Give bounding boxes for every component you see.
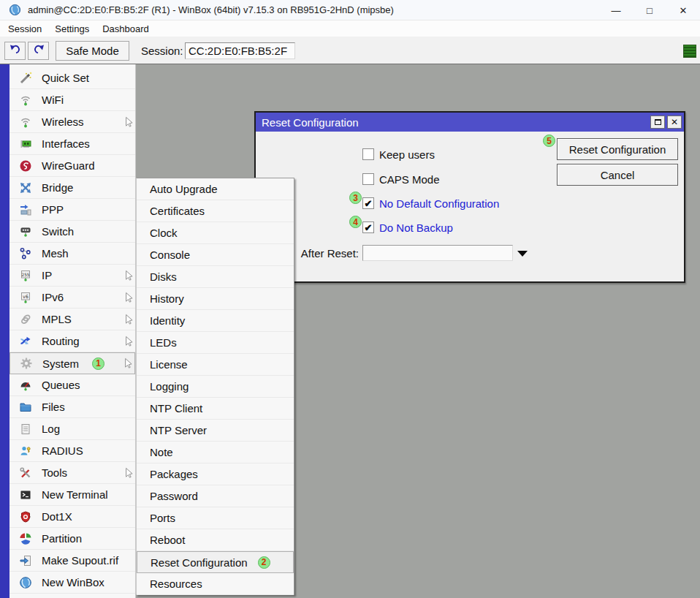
- dialog-close-button[interactable]: ✕: [667, 116, 682, 129]
- sidebar-item-log[interactable]: Log: [9, 418, 135, 440]
- sidebar-item-bridge[interactable]: Bridge: [9, 177, 135, 199]
- submenu-item-password[interactable]: Password: [137, 485, 294, 507]
- sidebar-item-dot1x[interactable]: Dot1X: [9, 506, 135, 528]
- sidebar-item-ppp[interactable]: PPP: [9, 199, 135, 221]
- submenu-pointer-icon: [122, 335, 133, 348]
- sidebar-item-wireguard[interactable]: WireGuard: [9, 155, 135, 177]
- maximize-button[interactable]: □: [633, 0, 666, 20]
- redo-button[interactable]: [28, 42, 49, 60]
- sidebar-item-label: WiFi: [42, 94, 64, 106]
- submenu-item-license[interactable]: License: [137, 354, 294, 376]
- caps-mode-label: CAPS Mode: [379, 173, 440, 186]
- sidebar-item-quick-set[interactable]: Quick Set: [9, 67, 135, 89]
- sidebar-item-mesh[interactable]: Mesh: [9, 243, 135, 265]
- after-reset-combobox[interactable]: [362, 245, 513, 261]
- sidebar-item-new-winbox[interactable]: New WinBox: [9, 572, 135, 594]
- submenu-item-disks[interactable]: Disks: [137, 266, 294, 288]
- undo-button[interactable]: [4, 42, 26, 60]
- sidebar-item-partition[interactable]: Partition: [9, 528, 135, 550]
- wand-icon: [18, 72, 33, 85]
- submenu-item-history[interactable]: History: [137, 288, 294, 310]
- log-icon: [18, 423, 33, 436]
- session-field[interactable]: CC:2D:E0:FB:B5:2F: [185, 42, 295, 59]
- reset-configuration-button[interactable]: Reset Configuration: [557, 138, 678, 160]
- no-default-configuration-checkbox[interactable]: ✔: [362, 197, 374, 209]
- menu-settings[interactable]: Settings: [48, 23, 96, 34]
- submenu-item-leds[interactable]: LEDs: [137, 332, 294, 354]
- sidebar-item-label: Routing: [42, 335, 80, 347]
- sidebar-item-files[interactable]: Files: [9, 396, 135, 418]
- sidebar-item-wifi[interactable]: WiFi: [9, 89, 135, 111]
- do-not-backup-row: ✔ Do Not Backup: [362, 221, 453, 234]
- submenu-item-auto-upgrade[interactable]: Auto Upgrade: [137, 178, 294, 200]
- sidebar-item-exit-partial[interactable]: [9, 594, 135, 597]
- sidebar-item-mpls[interactable]: MPLS: [9, 309, 135, 330]
- submenu-pointer-icon: [122, 269, 133, 282]
- network-card-icon: [18, 137, 33, 151]
- dialog-titlebar[interactable]: Reset Configuration ✕: [256, 113, 684, 132]
- sidebar-item-label: MPLS: [42, 313, 72, 325]
- step-badge-2: 2: [258, 556, 270, 569]
- sidebar-item-interfaces[interactable]: Interfaces: [9, 133, 135, 155]
- safe-mode-button[interactable]: Safe Mode: [56, 41, 129, 61]
- submenu-item-resources[interactable]: Resources: [137, 573, 294, 595]
- redo-arrow-icon: [31, 43, 46, 58]
- submenu-item-certificates[interactable]: Certificates: [137, 200, 294, 222]
- sidebar-item-label: Interfaces: [42, 137, 90, 150]
- sidebar-item-wireless[interactable]: Wireless: [9, 111, 135, 133]
- sidebar-item-make-supout[interactable]: Make Supout.rif: [9, 550, 135, 572]
- sidebar-item-new-terminal[interactable]: New Terminal: [9, 484, 135, 506]
- submenu-item-ports[interactable]: Ports: [137, 507, 294, 529]
- submenu-item-logging[interactable]: Logging: [137, 376, 294, 398]
- submenu-item-clock[interactable]: Clock: [137, 222, 294, 244]
- sidebar-item-switch[interactable]: Switch: [9, 221, 135, 243]
- keep-users-checkbox[interactable]: [362, 148, 374, 160]
- terminal-icon: [18, 488, 33, 502]
- submenu-item-packages[interactable]: Packages: [137, 463, 294, 485]
- queues-gauge-icon: [18, 379, 33, 392]
- minimize-button[interactable]: —: [599, 0, 633, 20]
- keep-users-label: Keep users: [379, 148, 435, 161]
- dropdown-arrow-icon[interactable]: [517, 251, 528, 257]
- sidebar-item-queues[interactable]: Queues: [9, 374, 135, 396]
- sidebar-item-label: Make Supout.rif: [42, 554, 118, 567]
- keep-users-row: Keep users: [362, 148, 435, 161]
- sidebar-item-label: Switch: [42, 225, 74, 238]
- submenu-item-identity[interactable]: Identity: [137, 310, 294, 332]
- partition-pie-icon: [18, 532, 33, 545]
- submenu-item-reset-configuration[interactable]: Reset Configuration 2: [137, 551, 294, 573]
- sidebar-item-label: System: [42, 357, 79, 370]
- submenu-item-reboot[interactable]: Reboot: [137, 529, 294, 551]
- no-default-configuration-label: No Default Configuration: [379, 197, 499, 210]
- do-not-backup-checkbox[interactable]: ✔: [362, 222, 374, 233]
- submenu-item-note[interactable]: Note: [137, 442, 294, 463]
- submenu-item-console[interactable]: Console: [137, 244, 294, 266]
- sidebar-item-label: IPv6: [42, 291, 64, 303]
- sidebar-item-system[interactable]: System 1: [9, 352, 135, 374]
- cancel-button[interactable]: Cancel: [557, 164, 678, 186]
- winbox-window: admin@CC:2D:E0:FB:B5:2F (R1) - WinBox (6…: [0, 0, 700, 598]
- sidebar-item-routing[interactable]: Routing: [9, 330, 135, 352]
- toolbar: Safe Mode Session: CC:2D:E0:FB:B5:2F: [0, 37, 700, 64]
- sidebar-item-ip[interactable]: 255 IP: [9, 265, 135, 287]
- menu-session[interactable]: Session: [1, 23, 48, 34]
- caps-mode-checkbox[interactable]: [362, 173, 374, 185]
- caps-mode-row: CAPS Mode: [362, 173, 440, 186]
- window-left-edge: [0, 64, 9, 598]
- sidebar-item-label: Partition: [42, 532, 82, 545]
- submenu-item-ntp-server[interactable]: NTP Server: [137, 420, 294, 442]
- sidebar-item-tools[interactable]: Tools: [9, 462, 135, 484]
- step-badge-5: 5: [543, 135, 555, 147]
- submenu-item-ntp-client[interactable]: NTP Client: [137, 398, 294, 420]
- sidebar: Quick Set WiFi Wireless Interfaces WireG…: [9, 64, 136, 598]
- sidebar-item-label: RADIUS: [42, 444, 83, 457]
- sidebar-item-radius[interactable]: RADIUS: [9, 440, 135, 462]
- menu-dashboard[interactable]: Dashboard: [96, 23, 156, 34]
- green-striped-status-icon: [683, 45, 696, 58]
- dialog-restore-button[interactable]: [650, 116, 665, 129]
- window-title: admin@CC:2D:E0:FB:B5:2F (R1) - WinBox (6…: [28, 4, 394, 15]
- close-button[interactable]: ✕: [666, 0, 700, 20]
- session-label: Session:: [141, 37, 183, 64]
- sidebar-item-ipv6[interactable]: v6 IPv6: [9, 287, 135, 309]
- sidebar-item-label: New Terminal: [42, 488, 108, 501]
